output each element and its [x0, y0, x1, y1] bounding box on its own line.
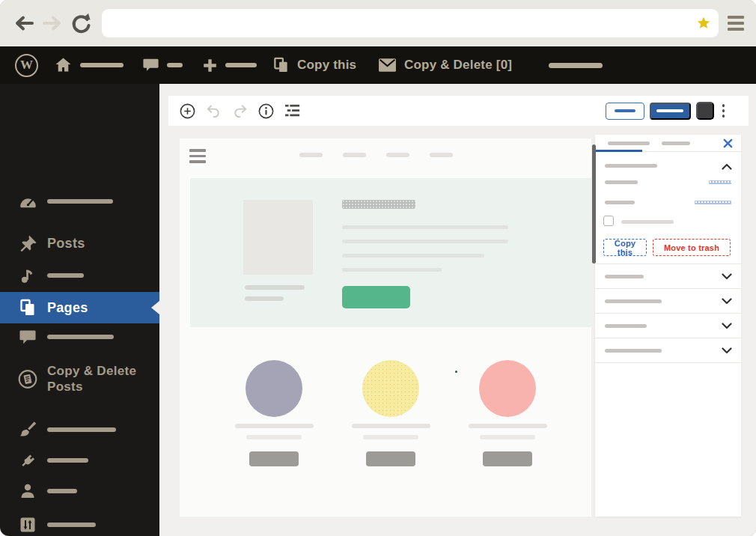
- publish-label-placeholder: [656, 109, 683, 113]
- accordion-section[interactable]: [595, 338, 741, 363]
- comments-icon: [18, 327, 37, 347]
- copy-this-button[interactable]: Copy this: [603, 239, 647, 256]
- chevron-down-icon[interactable]: [722, 298, 732, 305]
- accordion-title-placeholder: [605, 349, 662, 353]
- panel-scrollbar-thumb[interactable]: [592, 144, 596, 264]
- admin-bar-right-menu[interactable]: [549, 46, 603, 84]
- back-arrow-icon[interactable]: [12, 11, 36, 35]
- tab-block-placeholder[interactable]: [662, 141, 690, 145]
- accordion-title-placeholder: [605, 299, 662, 303]
- sidebar-item-appearance[interactable]: [0, 418, 159, 441]
- plugins-plug-icon: [18, 451, 37, 470]
- list-view-icon[interactable]: [284, 103, 301, 120]
- hero-image-placeholder: [243, 200, 313, 275]
- hero-text-line: [342, 225, 508, 229]
- wp-admin-bar: W Copy this Copy & Delete [0]: [0, 46, 756, 84]
- sidebar-item-media[interactable]: [0, 265, 159, 286]
- panel-section-header[interactable]: [595, 159, 741, 175]
- hero-block[interactable]: [190, 178, 591, 327]
- appearance-label-placeholder: [47, 427, 116, 433]
- settings-placeholder-button[interactable]: [696, 102, 714, 120]
- settings-label-placeholder: [47, 523, 96, 528]
- publish-placeholder-button[interactable]: [650, 103, 691, 120]
- tab-document-placeholder[interactable]: [608, 141, 650, 145]
- panel-checkbox-row: [595, 216, 741, 229]
- panel-tabs: [595, 135, 741, 152]
- field-link-placeholder[interactable]: [709, 180, 731, 184]
- hero-text-line: [342, 240, 508, 243]
- forward-arrow-icon[interactable]: [40, 11, 64, 35]
- address-bar[interactable]: [102, 9, 719, 37]
- card-button-placeholder[interactable]: [249, 451, 299, 466]
- browser-menu-icon[interactable]: [728, 16, 744, 31]
- site-name-menu[interactable]: [54, 46, 124, 84]
- dashboard-gauge-icon: [18, 192, 37, 211]
- wp-admin-sidebar: Posts Pages Copy & Delete Posts: [0, 84, 159, 536]
- posts-label: Posts: [47, 236, 85, 252]
- accordion-section[interactable]: [595, 264, 741, 289]
- comment-icon: [142, 57, 159, 73]
- media-icon: [18, 266, 37, 285]
- close-x-icon[interactable]: [723, 138, 733, 148]
- sidebar-item-copy-delete-posts[interactable]: Copy & Delete Posts: [0, 359, 159, 398]
- address-input[interactable]: [102, 9, 719, 37]
- move-to-trash-button[interactable]: Move to trash: [653, 239, 731, 256]
- sidebar-item-users[interactable]: [0, 480, 159, 502]
- copy-this-menu[interactable]: Copy this: [272, 46, 356, 84]
- refresh-icon[interactable]: [69, 11, 93, 35]
- pages-label: Pages: [47, 300, 88, 316]
- chevron-down-icon[interactable]: [722, 323, 732, 329]
- preview-hamburger-icon: [189, 149, 206, 163]
- sidebar-item-posts[interactable]: Posts: [0, 232, 159, 255]
- new-label-placeholder: [225, 63, 257, 68]
- preview-nav-placeholder: [343, 153, 366, 157]
- card-button-placeholder[interactable]: [366, 451, 415, 466]
- chevron-down-icon[interactable]: [722, 347, 732, 354]
- page-preview-canvas: [180, 138, 591, 517]
- accordion-title-placeholder: [605, 324, 647, 328]
- wordpress-logo-icon: W: [15, 54, 38, 77]
- new-content-menu[interactable]: [202, 46, 257, 84]
- settings-sliders-icon: [18, 515, 37, 535]
- comments-menu[interactable]: [142, 46, 183, 84]
- redo-icon[interactable]: [231, 103, 249, 120]
- sidebar-item-comments[interactable]: [0, 326, 159, 347]
- browser-window: W Copy this Copy & Delete [0]: [0, 0, 756, 536]
- plugins-label-placeholder: [47, 458, 88, 463]
- panel-action-row: Copy this Move to trash: [595, 239, 741, 256]
- sidebar-item-plugins[interactable]: [0, 450, 159, 471]
- hero-title-placeholder: [342, 200, 415, 209]
- accordion-section[interactable]: [595, 289, 741, 314]
- sidebar-item-pages[interactable]: Pages: [0, 292, 159, 323]
- media-label-placeholder: [47, 273, 84, 278]
- save-draft-placeholder-button[interactable]: [606, 103, 644, 120]
- panel-field-row: [595, 198, 741, 209]
- undo-icon[interactable]: [205, 103, 222, 120]
- copy-this-label: Copy this: [297, 58, 356, 73]
- checkbox[interactable]: [603, 216, 614, 226]
- copy-delete-menu[interactable]: Copy & Delete [0]: [378, 46, 512, 84]
- hero-text-line: [342, 254, 484, 258]
- chevron-down-icon[interactable]: [722, 273, 732, 280]
- hero-cta-button[interactable]: [342, 286, 410, 308]
- wordpress-logo-menu[interactable]: W: [15, 46, 38, 84]
- block-inserter-icon[interactable]: [179, 103, 196, 120]
- bookmark-star-icon[interactable]: [696, 16, 711, 31]
- accordion-section[interactable]: [595, 314, 741, 338]
- feature-circle-yellow: [362, 360, 419, 417]
- feature-circle-pink: [479, 360, 536, 417]
- card-title-placeholder: [352, 424, 430, 428]
- hero-text-line: [342, 268, 442, 272]
- kebab-menu-icon[interactable]: [719, 101, 728, 121]
- field-link-placeholder[interactable]: [695, 201, 731, 204]
- sidebar-item-settings[interactable]: [0, 514, 159, 536]
- feature-card: [335, 360, 447, 466]
- sidebar-item-dashboard[interactable]: [0, 190, 159, 213]
- card-title-placeholder: [469, 424, 547, 428]
- info-icon[interactable]: [257, 103, 275, 120]
- field-label-placeholder: [605, 201, 635, 204]
- chevron-up-icon[interactable]: [722, 163, 732, 170]
- card-button-placeholder[interactable]: [483, 451, 532, 466]
- hero-caption-placeholder: [245, 285, 305, 290]
- users-icon: [18, 481, 37, 501]
